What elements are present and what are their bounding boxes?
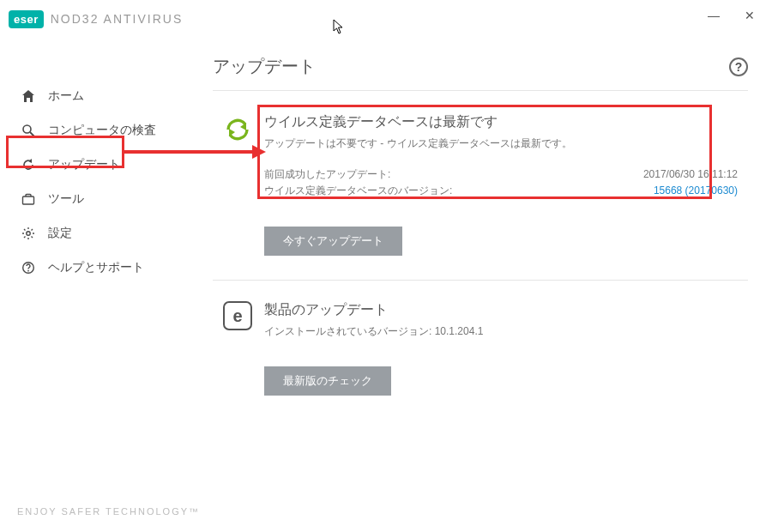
installed-version-label: インストールされているバージョン:	[264, 325, 435, 337]
svg-point-0	[23, 125, 31, 133]
sidebar-item-settings[interactable]: 設定	[0, 216, 206, 251]
last-update-label: 前回成功したアップデート:	[264, 166, 390, 183]
section-divider	[213, 280, 748, 281]
product-update-title: 製品のアップデート	[264, 301, 748, 319]
sidebar-item-label: ツール	[48, 191, 84, 207]
status-title: ウイルス定義データベースは最新です	[264, 113, 738, 131]
sidebar-item-label: アップデート	[48, 157, 120, 172]
search-icon	[21, 124, 36, 137]
briefcase-icon	[21, 192, 36, 206]
svg-line-1	[30, 132, 34, 136]
close-button[interactable]: ✕	[733, 3, 767, 27]
sidebar-item-label: ホーム	[48, 88, 84, 104]
sidebar-item-label: ヘルプとサポート	[48, 260, 144, 275]
footer-tagline: ENJOY SAFER TECHNOLOGY™	[17, 506, 200, 517]
sidebar-item-home[interactable]: ホーム	[0, 79, 206, 113]
gear-icon	[21, 227, 36, 240]
product-name: NOD32 ANTIVIRUS	[51, 12, 183, 26]
eset-logo-icon: e	[223, 301, 252, 330]
sidebar-item-label: 設定	[48, 226, 72, 241]
home-icon	[21, 89, 36, 103]
status-refresh-icon	[223, 115, 252, 144]
refresh-icon	[21, 158, 36, 172]
page-title: アップデート	[213, 55, 316, 78]
cursor-icon	[333, 19, 345, 34]
minimize-button[interactable]: —	[697, 3, 731, 27]
status-description: アップデートは不要です - ウイルス定義データベースは最新です。	[264, 136, 738, 151]
product-update-section: e 製品のアップデート インストールされているバージョン: 10.1.204.1	[213, 301, 748, 339]
svg-point-5	[27, 270, 29, 272]
last-update-value: 2017/06/30 16:11:12	[643, 166, 738, 183]
svg-point-3	[27, 232, 30, 235]
sidebar-item-help[interactable]: ヘルプとサポート	[0, 251, 206, 285]
db-version-label: ウイルス定義データベースのバージョン:	[264, 183, 452, 199]
sidebar-item-update[interactable]: アップデート	[0, 148, 206, 182]
sidebar: ホーム コンピュータの検査 アップデート ツール	[0, 38, 206, 532]
db-version-link[interactable]: 15668 (20170630)	[654, 183, 738, 199]
check-latest-button[interactable]: 最新版のチェック	[264, 366, 391, 396]
installed-version-value: 10.1.204.1	[435, 325, 484, 337]
app-logo: eser	[9, 10, 44, 28]
help-button[interactable]: ?	[729, 57, 748, 76]
update-now-button[interactable]: 今すぐアップデート	[264, 227, 402, 256]
main-content: アップデート ? ウイルス定義データベースは最新です アップデートは不要です -…	[206, 38, 772, 532]
sidebar-item-tools[interactable]: ツール	[0, 182, 206, 216]
question-icon	[21, 261, 36, 275]
svg-rect-2	[23, 196, 34, 204]
sidebar-item-label: コンピュータの検査	[48, 123, 156, 138]
titlebar: eser NOD32 ANTIVIRUS — ✕	[0, 0, 772, 38]
update-status-section: ウイルス定義データベースは最新です アップデートは不要です - ウイルス定義デー…	[213, 113, 748, 199]
sidebar-item-scan[interactable]: コンピュータの検査	[0, 113, 206, 148]
